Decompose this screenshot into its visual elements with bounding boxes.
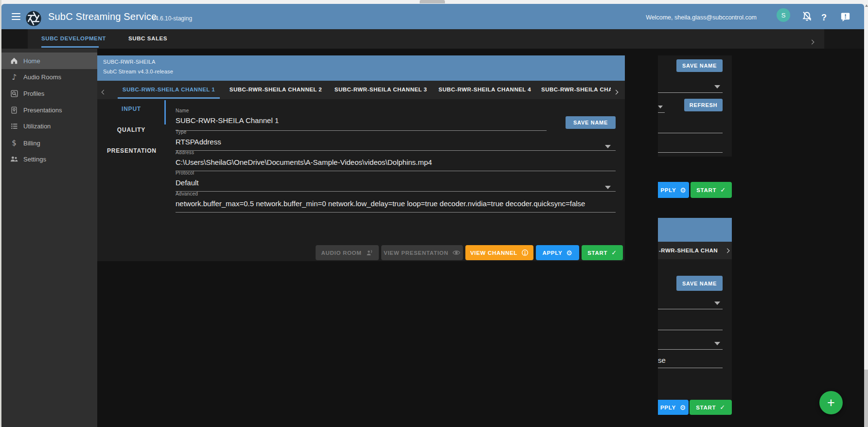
sidebar-item-settings[interactable]: Settings (1, 151, 97, 167)
channel-tab-3[interactable]: SUBC-RWR-SHEILA CHANNEL 3 (330, 81, 432, 98)
channel-tabbar: SUBC-RWR-SHEILA CHANNEL 1 SUBC-RWR-SHEIL… (97, 81, 625, 99)
right-save-name-button-2[interactable]: SAVE NAME (676, 276, 723, 291)
app-title: SubC Streaming Service (48, 11, 157, 22)
notifications-off-icon[interactable] (801, 10, 813, 22)
sidebar-item-label: Utilization (23, 123, 51, 130)
tab-subc-development[interactable]: SUBC DEVELOPMENT (41, 36, 99, 41)
right-dropdown-icon-small[interactable] (658, 106, 663, 108)
address-label: Address (176, 150, 616, 155)
right-advanced-value-partial: se (658, 356, 666, 364)
protocol-label: Protocol (176, 170, 616, 176)
app-logo-icon (25, 10, 42, 27)
eye-icon (452, 249, 461, 256)
view-channel-button[interactable]: VIEW CHANNEL (465, 245, 533, 260)
field-underline (658, 133, 723, 133)
apply-button[interactable]: APPLY ⚙ (536, 245, 579, 260)
view-presentation-label: VIEW PRESENTATION (384, 250, 448, 256)
image-search-icon (9, 89, 19, 98)
right-start-label: START (696, 405, 716, 410)
start-button[interactable]: START ✓ (582, 245, 623, 260)
refresh-button[interactable]: REFRESH (684, 99, 723, 111)
tab-subc-sales[interactable]: SUBC SALES (128, 36, 164, 41)
channel-tabs-scroll-left-icon[interactable] (102, 87, 106, 96)
scrollbar-thumb[interactable] (864, 370, 868, 427)
name-field[interactable]: Name SUBC-RWR-SHEILA Channel 1 (176, 108, 547, 131)
gear-icon: ⚙ (680, 404, 686, 411)
protocol-value: Default (176, 178, 616, 187)
user-avatar[interactable]: S (777, 8, 790, 22)
right-dropdown-icon[interactable] (714, 342, 720, 345)
tab-input[interactable]: INPUT (107, 106, 156, 112)
menu-icon[interactable] (12, 13, 20, 22)
channel-tab-5[interactable]: SUBC-RWR-SHEILA CHAN (538, 81, 611, 98)
right-dropdown-icon[interactable] (714, 85, 720, 89)
address-field[interactable]: Address C:\Users\SheilaG\OneDrive\Docume… (176, 150, 616, 171)
alert-circle-icon (521, 249, 529, 256)
right-apply-button-partial[interactable]: PPLY ⚙ (658, 182, 689, 198)
right-start-button-2[interactable]: START ✓ (690, 400, 732, 415)
avatar-letter: S (781, 12, 786, 19)
right-dropdown-icon[interactable] (714, 302, 720, 305)
right-start-button[interactable]: START ✓ (691, 182, 732, 198)
host-version: SubC Stream v4.3.0-release (103, 69, 173, 74)
channel-tab-1[interactable]: SUBC-RWR-SHEILA CHANNEL 1 (118, 81, 220, 98)
audio-room-button[interactable]: AUDIO ROOM (316, 245, 379, 260)
sidebar-item-utilization[interactable]: Utilization (1, 118, 97, 134)
sidebar-item-label: Settings (23, 156, 46, 163)
right-channel-tabbar: -RWR-SHEILA CHAN (658, 242, 732, 259)
type-select[interactable]: Type RTSPAddress (176, 129, 616, 151)
field-underline (658, 112, 665, 113)
type-label: Type (176, 129, 616, 135)
type-dropdown-icon[interactable] (605, 145, 611, 148)
right-tabs-scroll-right-icon[interactable] (725, 248, 730, 253)
sidebar-item-audio-rooms[interactable]: ♪ Audio Rooms (1, 69, 97, 85)
welcome-text: Welcome, sheila.glass@subccontrol.com (646, 14, 757, 21)
channel-tab-4[interactable]: SUBC-RWR-SHEILA CHANNEL 4 (434, 81, 536, 98)
channel-tabs-scroll-right-icon[interactable] (614, 87, 618, 96)
right-save-name-button[interactable]: SAVE NAME (676, 59, 723, 72)
help-icon[interactable]: ? (821, 13, 827, 23)
host-card: SUBC-RWR-SHEILA SubC Stream v4.3.0-relea… (97, 55, 625, 261)
view-presentation-button[interactable]: VIEW PRESENTATION (381, 245, 463, 260)
sidebar-item-label: Presentations (23, 107, 62, 114)
channel-tab-2[interactable]: SUBC-RWR-SHEILA CHANNEL 2 (225, 81, 327, 98)
save-name-button[interactable]: SAVE NAME (566, 116, 616, 129)
sidebar-item-label: Audio Rooms (23, 73, 61, 81)
app-version: v4.6.10-staging (152, 15, 192, 22)
check-icon: ✓ (720, 404, 726, 411)
check-icon: ✓ (611, 249, 617, 256)
sidebar: Home ♪ Audio Rooms Profiles Presentati (1, 49, 97, 427)
screen: SubC Streaming Service v4.6.10-staging W… (0, 0, 868, 427)
sidebar-item-profiles[interactable]: Profiles (1, 85, 97, 102)
feedback-icon[interactable] (840, 11, 851, 22)
protocol-select[interactable]: Protocol Default (176, 170, 616, 192)
start-label: START (587, 250, 607, 256)
sidebar-item-home[interactable]: Home (1, 53, 97, 69)
dollar-icon: $ (9, 139, 19, 147)
field-underline (658, 368, 723, 368)
sidebar-item-presentations[interactable]: Presentations (1, 102, 97, 118)
host-name: SUBC-RWR-SHEILA (103, 59, 156, 65)
add-button[interactable]: + (819, 391, 843, 414)
advanced-field[interactable]: Advanced network.buffer_max=0.5 network.… (176, 191, 616, 213)
org-tabs-scroll-right-icon[interactable] (810, 37, 814, 46)
apply-label: APPLY (542, 250, 562, 256)
right-card-header (658, 218, 732, 242)
check-icon: ✓ (720, 186, 726, 194)
sidebar-item-billing[interactable]: $ Billing (1, 135, 97, 151)
advanced-value: network.buffer_max=0.5 network.buffer_mi… (176, 199, 616, 208)
section-tab-active-indicator (164, 100, 166, 125)
name-label: Name (176, 108, 547, 113)
home-icon (9, 56, 19, 65)
tab-quality[interactable]: QUALITY (107, 126, 156, 133)
right-start-label: START (696, 187, 716, 193)
field-underline (658, 330, 723, 330)
scrollbar-up-icon[interactable] (865, 4, 868, 7)
right-channel-tab[interactable]: -RWR-SHEILA CHAN (659, 248, 718, 253)
host-card-header: SUBC-RWR-SHEILA SubC Stream v4.3.0-relea… (97, 55, 625, 81)
protocol-dropdown-icon[interactable] (605, 186, 611, 189)
tab-presentation[interactable]: PRESENTATION (107, 147, 156, 154)
type-value: RTSPAddress (176, 138, 616, 146)
right-apply-button-partial-2[interactable]: PPLY ⚙ (658, 400, 689, 415)
gear-icon: ⚙ (680, 186, 686, 194)
